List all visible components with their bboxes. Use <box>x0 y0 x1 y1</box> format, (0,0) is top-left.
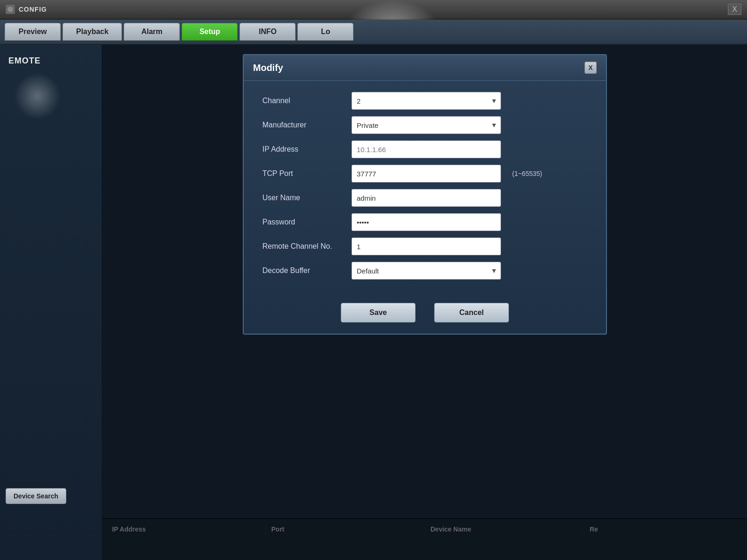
manufacturer-select[interactable]: Private Dahua Hikvision Axis Onvif <box>352 116 501 134</box>
tab-lo[interactable]: Lo <box>297 23 353 41</box>
password-label: Password <box>262 218 344 226</box>
sidebar-title: EMOTE <box>0 49 102 72</box>
tab-playback[interactable]: Playback <box>63 23 122 41</box>
manufacturer-label: Manufacturer <box>262 121 344 129</box>
tcp-port-row: TCP Port (1~65535) <box>262 165 587 182</box>
tab-info[interactable]: INFO <box>240 23 296 41</box>
device-search-button[interactable]: Device Search <box>6 488 66 504</box>
title-bar-text: CONFIG <box>19 6 728 13</box>
app-icon <box>6 5 15 14</box>
title-bar: CONFIG X <box>0 0 747 20</box>
channel-label: Channel <box>262 97 344 105</box>
tcp-port-input[interactable] <box>352 165 501 182</box>
modify-dialog: Modify X Channel 2 1 3 4 <box>243 54 607 335</box>
channel-select[interactable]: 2 1 3 4 <box>352 92 501 110</box>
dialog-header: Modify X <box>244 55 606 81</box>
password-row: Password <box>262 213 587 231</box>
password-input[interactable] <box>352 213 501 231</box>
tab-preview[interactable]: Preview <box>5 23 61 41</box>
save-button[interactable]: Save <box>341 303 416 322</box>
title-bar-close-button[interactable]: X <box>728 4 741 15</box>
tcp-port-label: TCP Port <box>262 169 344 178</box>
dialog-title: Modify <box>253 63 283 73</box>
remote-channel-label: Remote Channel No. <box>262 242 344 251</box>
tab-setup[interactable]: Setup <box>182 23 238 41</box>
decode-buffer-label: Decode Buffer <box>262 266 344 275</box>
channel-row: Channel 2 1 3 4 ▼ <box>262 92 587 110</box>
ip-address-input[interactable] <box>352 140 501 158</box>
remote-channel-input[interactable] <box>352 238 501 255</box>
dialog-body: Channel 2 1 3 4 ▼ Ma <box>244 81 606 295</box>
dialog-close-button[interactable]: X <box>585 62 597 74</box>
decode-buffer-select-wrapper: Default Low Medium High ▼ <box>352 262 501 280</box>
left-sidebar: EMOTE Device Search <box>0 45 103 560</box>
username-input[interactable] <box>352 189 501 207</box>
cancel-button[interactable]: Cancel <box>434 303 509 322</box>
manufacturer-row: Manufacturer Private Dahua Hikvision Axi… <box>262 116 587 134</box>
tab-alarm[interactable]: Alarm <box>124 23 180 41</box>
username-row: User Name <box>262 189 587 207</box>
sidebar-glare <box>14 73 61 119</box>
username-label: User Name <box>262 194 344 202</box>
main-content: EMOTE Device Search Modify X Channel <box>0 45 747 560</box>
modal-overlay: Modify X Channel 2 1 3 4 <box>103 45 747 560</box>
tcp-port-hint: (1~65535) <box>512 170 542 177</box>
decode-buffer-row: Decode Buffer Default Low Medium High ▼ <box>262 262 587 280</box>
remote-channel-row: Remote Channel No. <box>262 238 587 255</box>
manufacturer-select-wrapper: Private Dahua Hikvision Axis Onvif ▼ <box>352 116 501 134</box>
decode-buffer-select[interactable]: Default Low Medium High <box>352 262 501 280</box>
nav-tabs: Preview Playback Alarm Setup INFO Lo <box>0 20 747 45</box>
right-area: Modify X Channel 2 1 3 4 <box>103 45 747 560</box>
ip-address-label: IP Address <box>262 145 344 154</box>
ip-address-row: IP Address <box>262 140 587 158</box>
dialog-footer: Save Cancel <box>244 295 606 334</box>
svg-point-0 <box>7 7 13 12</box>
channel-select-wrapper: 2 1 3 4 ▼ <box>352 92 501 110</box>
